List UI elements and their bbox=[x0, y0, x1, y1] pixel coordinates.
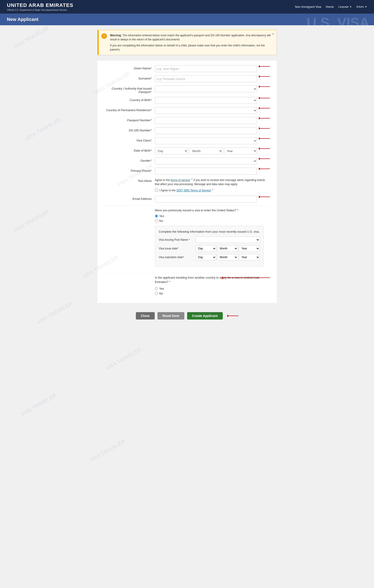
banner-watermark: U.S. VISA bbox=[307, 15, 369, 25]
visa-exp-month-select[interactable]: Month bbox=[217, 254, 238, 261]
chevron-down-icon: ▼ bbox=[365, 6, 367, 8]
nav-home[interactable]: Home bbox=[326, 5, 334, 9]
email-input[interactable] bbox=[155, 196, 257, 203]
surname-row: Surname* bbox=[104, 75, 270, 82]
visa-expiration-date-field: Day Month Year bbox=[196, 254, 260, 261]
arrow-passport-country bbox=[259, 85, 270, 88]
visa-exp-day-select[interactable]: Day bbox=[196, 254, 216, 261]
given-name-input[interactable] bbox=[155, 65, 257, 72]
birth-country-select[interactable] bbox=[155, 97, 257, 104]
nav-actions[interactable]: Actions ▼ bbox=[356, 6, 367, 8]
prev-visa-row: Were you previously issued a visa to ent… bbox=[104, 208, 270, 270]
traveling-yes-radio[interactable] bbox=[155, 287, 158, 290]
issuing-post-label: Visa Issuing Post Name * bbox=[159, 238, 196, 242]
residence-country-field bbox=[155, 107, 257, 114]
primary-phone-label: Primary Phone* bbox=[104, 168, 155, 172]
dob-row: Date of Birth* Day Month Year bbox=[104, 147, 270, 154]
primary-phone-field bbox=[155, 168, 257, 175]
site-title: United Arab Emirates bbox=[7, 2, 73, 8]
birth-country-label: Country of Birth* bbox=[104, 97, 155, 102]
primary-phone-input[interactable] bbox=[155, 168, 257, 175]
warning-text-1: Warning: The information entered below m… bbox=[110, 33, 273, 42]
traveling-no-label[interactable]: No bbox=[159, 292, 163, 295]
button-bar: Close Reset form Create Applicant bbox=[98, 307, 277, 326]
issuing-post-row: Visa Issuing Post Name * bbox=[159, 237, 260, 243]
traveling-no-radio[interactable] bbox=[155, 292, 158, 295]
prev-visa-details-intro: Complete the following information from … bbox=[159, 230, 260, 234]
visa-issue-year-select[interactable]: Year bbox=[239, 245, 260, 252]
given-name-row: Given Name* bbox=[104, 65, 270, 72]
prev-visa-no-radio[interactable] bbox=[155, 219, 158, 222]
arrow-passport-number bbox=[259, 117, 270, 119]
prev-visa-yes-item: Yes bbox=[155, 214, 264, 218]
arrow-given-name bbox=[259, 65, 270, 68]
warning-icon: ! bbox=[101, 33, 107, 39]
create-applicant-button[interactable]: Create Applicant bbox=[187, 312, 223, 319]
prev-visa-radio-group: Yes No bbox=[155, 214, 264, 222]
header: United Arab Emirates Official U.S. Depar… bbox=[0, 0, 374, 13]
passport-number-field bbox=[155, 117, 257, 124]
traveling-row: Is the applicant traveling from another … bbox=[104, 276, 270, 295]
traveling-yes-item: Yes bbox=[155, 287, 164, 290]
gdit-sms-checkbox[interactable] bbox=[155, 189, 158, 191]
dob-year-select[interactable]: Year bbox=[224, 147, 257, 154]
prev-visa-details-box: Complete the following information from … bbox=[155, 226, 264, 267]
gdit-sms-link[interactable]: GDIT SMS Terms of Service bbox=[176, 189, 211, 192]
close-button[interactable]: Close bbox=[136, 312, 155, 319]
text-alerts-field: Agree to the terms of service ↗ if you w… bbox=[155, 178, 270, 192]
reset-button[interactable]: Reset form bbox=[157, 312, 184, 319]
email-row: Email Address bbox=[104, 196, 270, 203]
passport-number-input[interactable] bbox=[155, 117, 257, 124]
gender-select[interactable] bbox=[155, 158, 257, 164]
nav: Non Immigrant Visa Home Language ▼ Actio… bbox=[295, 5, 367, 9]
nav-non-immigrant[interactable]: Non Immigrant Visa bbox=[295, 5, 321, 9]
form-divider-2 bbox=[104, 273, 270, 273]
visa-issue-month-select[interactable]: Month bbox=[217, 245, 238, 252]
prev-visa-no-item: No bbox=[155, 219, 264, 222]
traveling-no-item: No bbox=[155, 292, 164, 295]
residence-country-label: Country of Permanent Residence* bbox=[104, 107, 155, 112]
prev-visa-no-label[interactable]: No bbox=[159, 219, 163, 222]
passport-country-select[interactable] bbox=[155, 85, 257, 92]
residence-country-select[interactable] bbox=[155, 107, 257, 114]
dob-month-select[interactable]: Month bbox=[189, 147, 222, 154]
given-name-label: Given Name* bbox=[104, 65, 155, 70]
arrow-create bbox=[227, 312, 238, 319]
prev-visa-section: Were you previously issued a visa to ent… bbox=[155, 208, 264, 270]
arrow-visa-class bbox=[259, 137, 270, 140]
visa-class-field bbox=[155, 137, 257, 144]
visa-expiration-date-label: Visa expiration date* bbox=[159, 256, 196, 259]
prev-visa-yes-radio[interactable] bbox=[155, 215, 158, 218]
arrow-birth-country bbox=[259, 97, 270, 99]
visa-expiration-date-row: Visa expiration date* Day Month bbox=[159, 254, 260, 261]
gdit-checkbox-label[interactable]: I Agree to the GDIT SMS Terms of Service… bbox=[159, 188, 214, 192]
prev-visa-yes-label[interactable]: Yes bbox=[159, 214, 164, 218]
surname-input[interactable] bbox=[155, 75, 257, 82]
warning-close-button[interactable]: × bbox=[272, 32, 274, 36]
issuing-post-field bbox=[196, 237, 260, 243]
ds160-input[interactable] bbox=[155, 127, 257, 134]
site-subtitle: Official U.S. Department of State Visa A… bbox=[7, 9, 73, 11]
visa-issue-date-row: Visa issue date* Day Month bbox=[159, 245, 260, 252]
dob-field: Day Month Year bbox=[155, 147, 257, 154]
terms-of-service-link[interactable]: terms of service bbox=[171, 178, 190, 182]
dob-date-group: Day Month Year bbox=[155, 147, 257, 154]
nav-language[interactable]: Language ▼ bbox=[338, 6, 352, 8]
text-alerts-description: Agree to the terms of service ↗ if you w… bbox=[155, 178, 270, 186]
visa-issue-date-field: Day Month Year bbox=[196, 245, 260, 252]
traveling-yes-label[interactable]: Yes bbox=[159, 287, 164, 290]
visa-issue-day-select[interactable]: Day bbox=[196, 245, 216, 252]
visa-issue-date-group: Day Month Year bbox=[196, 245, 260, 252]
visa-exp-year-select[interactable]: Year bbox=[239, 254, 260, 261]
issuing-post-select[interactable] bbox=[196, 237, 260, 243]
arrow-primary-phone bbox=[259, 168, 270, 170]
logo: United Arab Emirates Official U.S. Depar… bbox=[7, 2, 73, 11]
visa-class-select[interactable] bbox=[155, 137, 257, 144]
passport-number-row: Passport Number* bbox=[104, 117, 270, 124]
dob-day-select[interactable]: Day bbox=[155, 147, 188, 154]
arrow-traveling bbox=[222, 277, 270, 279]
warning-box: ! × Warning: The information entered bel… bbox=[98, 30, 277, 55]
birth-country-field bbox=[155, 97, 257, 104]
arrow-dob bbox=[259, 147, 270, 150]
prev-visa-question: Were you previously issued a visa to ent… bbox=[155, 208, 264, 212]
